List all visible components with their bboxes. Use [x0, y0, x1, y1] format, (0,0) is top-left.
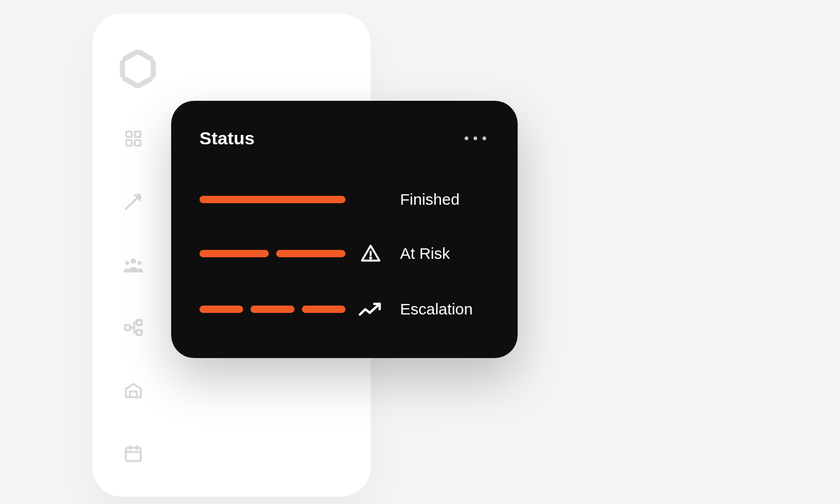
sidebar-item-nodes[interactable]: [123, 317, 144, 338]
svg-point-11: [370, 257, 371, 258]
bar-segment: [200, 250, 269, 257]
bar-segment: [302, 306, 345, 313]
calendar-icon: [123, 444, 143, 464]
warning-triangle-icon: [358, 243, 383, 264]
svg-rect-10: [126, 448, 141, 461]
svg-rect-2: [127, 140, 132, 146]
bar-segment: [200, 196, 345, 203]
sidebar-item-calendar[interactable]: [123, 443, 144, 464]
status-card: Status Finished: [171, 101, 518, 358]
tools-icon: [123, 192, 143, 212]
status-row-atrisk: At Risk: [200, 243, 489, 264]
app-logo: [92, 48, 160, 91]
status-label: Finished: [396, 191, 489, 208]
status-label: At Risk: [396, 245, 489, 262]
nodes-icon: [123, 318, 143, 338]
status-card-header: Status: [200, 128, 489, 149]
sidebar-item-garage[interactable]: [123, 380, 144, 401]
bar-segment: [200, 306, 243, 313]
sidebar-item-tools[interactable]: [123, 191, 144, 212]
svg-rect-0: [127, 132, 132, 138]
dashboard-icon: [124, 129, 143, 148]
status-label: Escalation: [396, 300, 489, 318]
trend-up-icon: [358, 299, 383, 320]
svg-point-5: [125, 261, 129, 265]
svg-rect-3: [135, 140, 141, 146]
status-card-title: Status: [200, 128, 255, 149]
status-bar-atrisk: [200, 250, 345, 257]
people-icon: [123, 254, 144, 275]
garage-icon: [123, 381, 143, 401]
status-row-escalation: Escalation: [200, 299, 489, 320]
sidebar-item-dashboard[interactable]: [123, 128, 144, 149]
svg-point-4: [131, 258, 136, 264]
more-horizontal-icon[interactable]: [465, 136, 489, 140]
status-bar-escalation: [200, 306, 345, 313]
svg-rect-1: [135, 132, 141, 138]
status-bar-finished: [200, 196, 345, 203]
bar-segment: [250, 306, 294, 313]
status-row-finished: Finished: [200, 191, 489, 208]
status-rows: Finished At Risk: [200, 191, 489, 320]
sidebar-nav: [92, 128, 144, 464]
sidebar-item-people[interactable]: [123, 254, 144, 275]
bar-segment: [276, 250, 345, 257]
svg-point-6: [138, 261, 141, 265]
